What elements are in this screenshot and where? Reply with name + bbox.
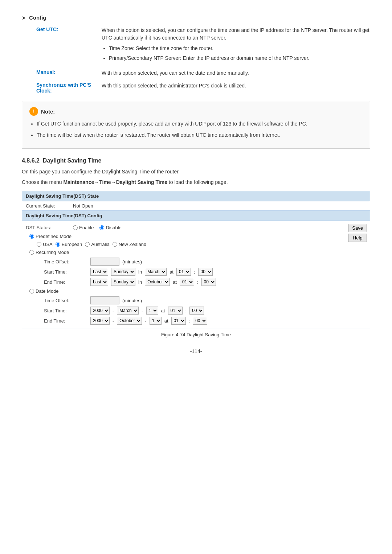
note-bullet-2: The time will be lost when the router is… — [37, 131, 363, 139]
subsection-desc: On this page you can configure the Dayli… — [22, 168, 370, 176]
new-zealand-option[interactable]: New Zealand — [113, 242, 147, 247]
getutc-bullets: Time Zone: Select the time zone for the … — [109, 45, 370, 62]
config-row-manual: Manual: With this option selected, you c… — [36, 69, 370, 77]
predefined-option[interactable]: Predefined Mode — [29, 234, 72, 239]
recurring-start-month-select[interactable]: March — [145, 268, 167, 276]
date-start-hour-select[interactable]: 01 — [168, 307, 183, 315]
date-end-dash1: - — [113, 318, 114, 324]
getutc-desc: When this option is selected, you can co… — [102, 26, 370, 64]
recurring-end-month-select[interactable]: October — [145, 278, 170, 286]
save-help-buttons: Save Help — [348, 224, 367, 242]
date-end-month-select[interactable]: October — [117, 317, 142, 325]
bullet-ntp: Primary/Secondary NTP Server: Enter the … — [109, 54, 370, 62]
recurring-end-pos-select[interactable]: Last — [90, 278, 108, 286]
recurring-start-min-select[interactable]: 00 — [198, 268, 213, 276]
subsection-title: 4.8.6.2 Daylight Saving Time — [22, 157, 370, 164]
dst-state-header: Daylight Saving Time(DST) State — [22, 191, 370, 201]
getutc-desc-text: When this option is selected, you can co… — [102, 27, 369, 41]
recurring-colon-start: : — [194, 269, 195, 275]
predefined-mode-row: Predefined Mode — [22, 232, 370, 241]
recurring-start-label: Start Time: — [44, 269, 87, 275]
predefined-options-row: USA European Australia New Zealand — [22, 241, 370, 248]
recurring-mode-row: Recurring Mode — [22, 248, 370, 257]
recurring-radio[interactable] — [29, 250, 34, 255]
manual-label: Manual: — [36, 69, 102, 75]
date-start-year-select[interactable]: 2000 — [90, 307, 110, 315]
european-option[interactable]: European — [56, 242, 82, 247]
date-start-min-select[interactable]: 00 — [189, 307, 204, 315]
recurring-offset-input[interactable]: 60 — [90, 258, 119, 266]
new-zealand-radio[interactable] — [113, 242, 117, 247]
date-at-label-end: at — [164, 318, 168, 324]
recurring-end-label: End Time: — [44, 279, 87, 285]
dst-outer-table: Daylight Saving Time(DST) State Current … — [22, 191, 370, 328]
recurring-start-hour-select[interactable]: 01 — [176, 268, 191, 276]
figure-caption: Figure 4-74 Daylight Saving Time — [22, 332, 370, 337]
date-end-hour-select[interactable]: 01 — [171, 317, 186, 325]
australia-label: Australia — [91, 242, 110, 247]
current-state-row: Current State: Not Open — [22, 201, 370, 210]
date-time-offset-label: Time Offset: — [44, 298, 87, 303]
current-state-label: Current State: — [26, 203, 69, 209]
recurring-at-label-end: at — [173, 279, 177, 285]
predefined-radio[interactable] — [29, 234, 34, 239]
usa-radio[interactable] — [37, 242, 41, 247]
date-start-day-select[interactable]: 1 — [146, 307, 158, 315]
recurring-end-min-select[interactable]: 00 — [201, 278, 216, 286]
date-start-dash1: - — [113, 308, 114, 313]
european-label: European — [62, 242, 82, 247]
dst-config-header: Daylight Saving Time(DST) Config — [22, 210, 370, 221]
date-start-dash2: - — [142, 308, 143, 313]
disable-radio[interactable] — [99, 225, 104, 230]
section-header: ➤ Config — [22, 15, 370, 21]
dst-wrapper: Daylight Saving Time(DST) State Current … — [22, 191, 370, 328]
getutc-label: Get UTC: — [36, 26, 102, 32]
recurring-time-offset-label: Time Offset: — [44, 259, 87, 264]
date-start-month-select[interactable]: March — [117, 307, 139, 315]
australia-radio[interactable] — [85, 242, 90, 247]
recurring-option[interactable]: Recurring Mode — [29, 250, 69, 255]
manual-desc: With this option selected, you can set t… — [102, 69, 370, 77]
recurring-at-label-start: at — [170, 269, 173, 275]
recurring-colon-end: : — [197, 279, 199, 285]
date-offset-row: Time Offset: 60 (minutes) — [22, 295, 370, 305]
disable-option[interactable]: Disable — [99, 225, 121, 230]
recurring-end-day-select[interactable]: Sunday — [111, 278, 135, 286]
date-mode-radio[interactable] — [29, 289, 34, 294]
help-button[interactable]: Help — [348, 234, 367, 242]
date-mode-option[interactable]: Date Mode — [29, 288, 59, 294]
predefined-label: Predefined Mode — [36, 234, 72, 239]
recurring-start-row: Start Time: Last Sunday in March at 01 :… — [22, 267, 370, 277]
date-end-year-select[interactable]: 2000 — [90, 317, 110, 325]
date-end-min-select[interactable]: 00 — [193, 317, 207, 325]
date-end-row: End Time: 2000 - October - 1 at 01 : — [22, 316, 370, 326]
enable-option[interactable]: Enable — [73, 225, 94, 230]
recurring-start-day-select[interactable]: Sunday — [111, 268, 135, 276]
recurring-start-pos-select[interactable]: Last — [90, 268, 108, 276]
dst-config-body: Save Help DST Status: Enable Disable — [22, 221, 370, 328]
date-colon-start: : — [185, 308, 187, 313]
australia-option[interactable]: Australia — [85, 242, 110, 247]
date-end-day-select[interactable]: 1 — [150, 317, 162, 325]
date-end-label: End Time: — [44, 318, 87, 324]
recurring-in-label-end: in — [138, 279, 142, 285]
current-state-value: Not Open — [73, 203, 93, 209]
usa-label: USA — [43, 242, 53, 247]
dst-status-row: DST Status: Enable Disable — [22, 223, 370, 232]
date-offset-input[interactable]: 60 — [90, 296, 119, 304]
config-row-sync: Synchronize with PC'S Clock: With this o… — [36, 82, 370, 94]
disable-label: Disable — [106, 225, 121, 230]
save-button[interactable]: Save — [348, 224, 367, 232]
nav-path: Choose the menu Maintenance→Time→Dayligh… — [22, 179, 370, 185]
recurring-offset-row: Time Offset: 60 (minutes) — [22, 257, 370, 267]
date-at-label-start: at — [161, 308, 165, 313]
note-box: ! Note: If Get UTC function cannot be us… — [22, 101, 370, 149]
date-minutes-label: (minutes) — [122, 298, 142, 303]
european-radio[interactable] — [56, 242, 60, 247]
recurring-end-hour-select[interactable]: 01 — [180, 278, 194, 286]
enable-label: Enable — [79, 225, 94, 230]
bullet-timezone: Time Zone: Select the time zone for the … — [109, 45, 370, 52]
sync-desc: With this option selected, the administr… — [102, 82, 370, 90]
enable-radio[interactable] — [73, 225, 78, 230]
usa-option[interactable]: USA — [37, 242, 53, 247]
